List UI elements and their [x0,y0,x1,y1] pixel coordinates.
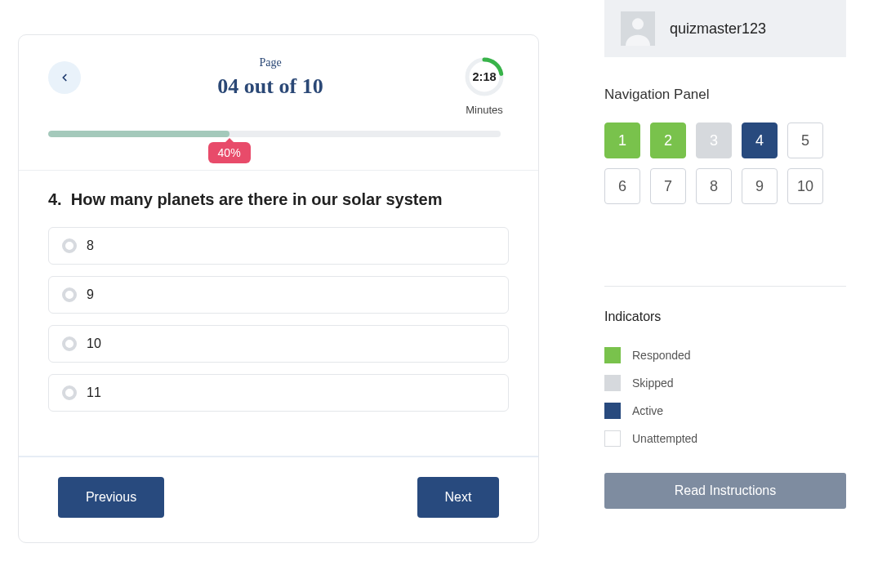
indicator-list: RespondedSkippedActiveUnattempted [604,347,846,447]
nav-item-8[interactable]: 8 [696,168,732,204]
question-number: 4. [48,190,62,208]
option-label: 11 [87,385,101,400]
question-text: 4. How many planets are there in our sol… [48,190,509,209]
card-footer: Previous Next [19,456,538,542]
nav-item-5[interactable]: 5 [787,122,823,158]
nav-item-7[interactable]: 7 [650,168,686,204]
header-row: Page 04 out of 10 2:18 Minutes [48,56,509,116]
nav-item-9[interactable]: 9 [742,168,778,204]
timer-circle: 2:18 [464,56,505,97]
radio-icon [62,287,77,302]
user-row: quizmaster123 [604,0,846,57]
nav-item-4[interactable]: 4 [742,122,778,158]
option-label: 9 [87,287,94,302]
page-label: Page [81,56,460,69]
divider [604,286,846,287]
nav-panel-title: Navigation Panel [604,87,846,103]
main-panel: Page 04 out of 10 2:18 Minutes [0,0,565,588]
timer-label: Minutes [466,104,503,116]
sidebar: quizmaster123 Navigation Panel 123456789… [565,0,869,588]
indicator-row: Active [604,403,846,419]
nav-item-1[interactable]: 1 [604,122,640,158]
user-icon [622,13,654,46]
progress-fill [48,131,230,137]
indicator-swatch [604,430,621,447]
nav-grid: 12345678910 [604,122,846,204]
next-button[interactable]: Next [417,477,499,518]
indicators-title: Indicators [604,310,846,324]
timer: 2:18 Minutes [460,56,509,116]
option-label: 8 [87,238,94,253]
nav-item-3[interactable]: 3 [696,122,732,158]
question-card: Page 04 out of 10 2:18 Minutes [18,34,539,543]
indicator-label: Responded [632,349,691,362]
page-count: 04 out of 10 [81,74,460,99]
indicator-swatch [604,375,621,391]
nav-item-10[interactable]: 10 [787,168,823,204]
svg-point-2 [632,18,644,29]
progress-bar: 40% [48,131,509,170]
progress-track [48,131,501,137]
timer-value: 2:18 [464,56,505,97]
indicator-row: Unattempted [604,430,846,447]
nav-item-6[interactable]: 6 [604,168,640,204]
question-area: 4. How many planets are there in our sol… [19,171,538,412]
indicator-label: Active [632,404,663,417]
radio-icon [62,238,77,253]
back-button[interactable] [48,61,81,94]
radio-icon [62,336,77,351]
radio-icon [62,385,77,400]
avatar [621,11,655,46]
indicator-label: Unattempted [632,432,697,445]
card-header: Page 04 out of 10 2:18 Minutes [19,35,538,171]
indicator-row: Responded [604,347,846,363]
nav-item-2[interactable]: 2 [650,122,686,158]
chevron-left-icon [59,72,70,83]
read-instructions-button[interactable]: Read Instructions [604,473,846,509]
indicator-swatch [604,347,621,363]
option[interactable]: 10 [48,325,509,363]
question-body: How many planets are there in our solar … [71,190,443,208]
indicator-row: Skipped [604,375,846,391]
option[interactable]: 9 [48,276,509,314]
options-list: 891011 [48,227,509,412]
username: quizmaster123 [670,20,766,38]
option[interactable]: 8 [48,227,509,265]
option-label: 10 [87,336,101,351]
indicator-swatch [604,403,621,419]
option[interactable]: 11 [48,374,509,412]
indicator-label: Skipped [632,376,674,390]
progress-badge: 40% [208,142,251,163]
page-indicator: Page 04 out of 10 [81,56,460,99]
previous-button[interactable]: Previous [58,477,164,518]
